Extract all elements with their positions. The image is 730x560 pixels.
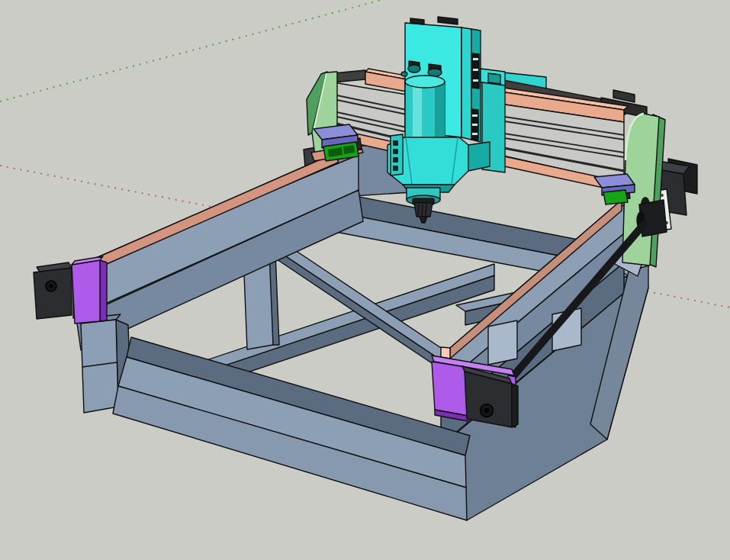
spindle-top-knob: [408, 65, 420, 72]
collet-rib: [422, 204, 423, 217]
rail-slot: [472, 133, 478, 135]
motor-shaft-center: [50, 285, 53, 288]
rail-bolt: [393, 140, 398, 146]
rail-bolt: [393, 166, 398, 171]
motor-front-face: [34, 268, 72, 319]
rail-slot: [473, 69, 478, 71]
purple-plate-face: [72, 260, 100, 323]
collet-rib: [426, 204, 426, 216]
spindle-top-nub: [401, 72, 407, 76]
viewport-3d-canvas[interactable]: [0, 0, 730, 560]
cylinder-highlight: [413, 83, 422, 143]
wall-opening: [488, 320, 517, 365]
front-left-end-plate-motor[interactable]: [34, 256, 107, 323]
collet-rib: [418, 204, 419, 216]
carriage-block-slot: [343, 145, 355, 154]
rail-slot: [473, 58, 478, 60]
collet-chuck: [414, 203, 433, 217]
rail-slot: [472, 124, 478, 126]
cylinder-shade: [435, 82, 445, 144]
plate-edge-strip: [461, 27, 471, 140]
rail-bolt: [393, 149, 398, 154]
cad-application-viewport[interactable]: [0, 0, 730, 560]
cylinder-top: [405, 76, 445, 88]
x-carriage-notch: [488, 73, 500, 84]
purple-plate-face: [432, 362, 468, 416]
plate-top-tab: [410, 18, 424, 24]
carriage-block: [603, 190, 628, 204]
motor-shaft-center: [484, 408, 489, 413]
mount-side-face: [468, 142, 490, 171]
motor-side-face: [512, 384, 518, 427]
rail-bolt: [393, 157, 398, 163]
purple-plate-edge: [100, 260, 107, 321]
rail-slot: [473, 79, 478, 82]
spindle-top-knob: [428, 69, 442, 76]
rail-slot: [472, 114, 478, 117]
